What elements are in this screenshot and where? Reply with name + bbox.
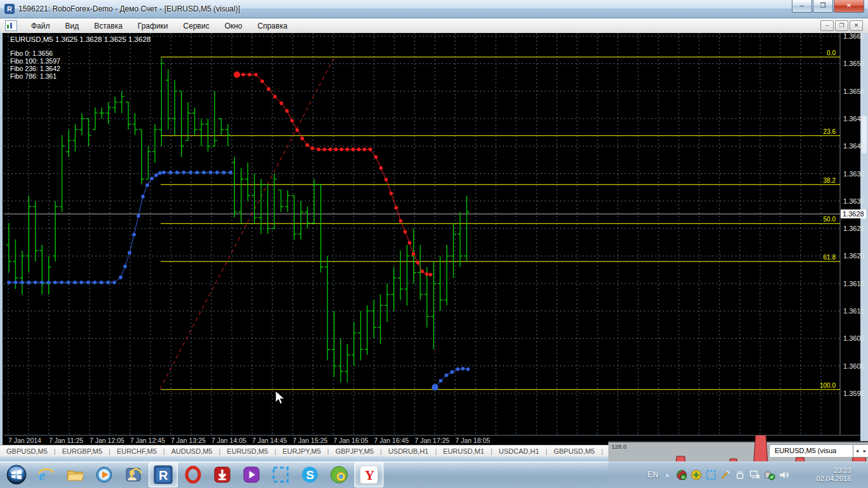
tray-lightshot-tray-icon[interactable]: [705, 469, 717, 480]
svg-text:50.0: 50.0: [824, 216, 836, 223]
taskbar-app-buttons: e R S Y: [3, 461, 385, 488]
time-axis-label: 7 Jan 18:05: [455, 437, 490, 444]
time-axis-label: 7 Jan 16:45: [374, 437, 409, 444]
chart-window-icon[interactable]: [5, 20, 17, 31]
taskbar-metatrader-icon[interactable]: R: [149, 462, 178, 487]
svg-text:1.3625: 1.3625: [843, 225, 865, 232]
close-button[interactable]: ✕: [834, 0, 864, 13]
svg-text:23.6: 23.6: [824, 128, 836, 135]
svg-text:1.3600: 1.3600: [843, 362, 865, 370]
mdi-close-button[interactable]: ✕: [850, 20, 863, 31]
tray-volume-icon[interactable]: [778, 469, 790, 480]
tab-scroll-arrows: ◄ ►: [853, 444, 868, 458]
time-axis-label: 7 Jan 12:05: [90, 437, 124, 444]
system-tray: EN ▲ 9+ 23:23 02.04.2016: [648, 461, 868, 488]
svg-text:128.0: 128.0: [611, 443, 627, 450]
taskbar-wmp-icon[interactable]: [90, 463, 118, 487]
language-indicator[interactable]: EN: [648, 470, 658, 479]
tab-eurusd-m5[interactable]: EURUSD,M5: [220, 447, 274, 455]
window-title: 1596221: RoboForex-Demo - Демо Счет - [E…: [18, 4, 240, 13]
mdi-restore-button[interactable]: ❐: [835, 20, 848, 31]
svg-text:1.3660: 1.3660: [843, 33, 865, 40]
taskbar-mediaget-icon[interactable]: [325, 463, 353, 487]
menu-item-3[interactable]: Вставка: [86, 20, 130, 32]
tab-scroll-left-icon[interactable]: ◄: [855, 449, 860, 453]
tray-pen-icon[interactable]: [720, 469, 731, 480]
tray-plug-icon[interactable]: [735, 469, 746, 480]
taskbar-explorer-icon[interactable]: [61, 463, 89, 487]
menu-item-1[interactable]: Файл: [23, 20, 58, 32]
mdi-minimize-button[interactable]: –: [820, 20, 834, 31]
menu-item-2[interactable]: Вид: [58, 20, 87, 32]
svg-text:61.8: 61.8: [824, 254, 836, 261]
tray-usb-safe-icon[interactable]: [764, 469, 775, 480]
tab-audusd-m5[interactable]: AUDUSD,M5: [165, 447, 219, 455]
svg-text:1.3655: 1.3655: [843, 60, 865, 67]
svg-text:1.3628: 1.3628: [843, 210, 864, 218]
time-axis-label: 7 Jan 11:25: [49, 437, 83, 444]
ohlc-header: EURUSD,M5 1.3625 1.3628 1.3625 1.3628: [10, 36, 150, 43]
time-axis-label: 7 Jan 15:25: [293, 437, 328, 444]
svg-text:1.3610: 1.3610: [843, 307, 865, 315]
time-axis-label: 7 Jan 14:45: [252, 437, 287, 444]
app-icon: R: [4, 4, 15, 14]
fibo-info-line: Fibo 786: 1.361: [10, 72, 57, 80]
menu-item-6[interactable]: Окно: [217, 20, 250, 32]
svg-text:1.3630: 1.3630: [843, 197, 865, 205]
tab-gbpusd-m5[interactable]: GBPUSD,M5: [547, 447, 601, 455]
restore-button[interactable]: ❐: [813, 0, 833, 13]
title-bar: R 1596221: RoboForex-Demo - Демо Счет - …: [0, 0, 868, 18]
svg-text:1.3645: 1.3645: [843, 115, 865, 122]
tab-gbpusd-m5[interactable]: GBPUSD,M5: [0, 447, 54, 455]
taskbar-player-icon[interactable]: [237, 463, 265, 487]
taskbar-ie-icon[interactable]: e: [32, 463, 60, 487]
svg-text:100.0: 100.0: [820, 382, 836, 389]
tab-eurchf-m5[interactable]: EURCHF,M5: [110, 447, 163, 455]
time-axis-label: 7 Jan 12:45: [130, 437, 165, 444]
taskbar-opera-icon[interactable]: [179, 463, 207, 487]
menu-item-7[interactable]: Справка: [250, 20, 295, 32]
tray-update-ball-icon[interactable]: [691, 469, 702, 480]
taskbar-start-icon[interactable]: [3, 463, 30, 487]
taskbar-msn-icon[interactable]: [119, 463, 147, 487]
tab-eurjpy-m5[interactable]: EURJPY,M5: [276, 447, 327, 455]
tab-eurgbp-m5[interactable]: EURGBP,M5: [56, 447, 109, 455]
tab-usdrub-h1[interactable]: USDRUB,H1: [382, 447, 435, 455]
svg-text:38.2: 38.2: [824, 177, 836, 184]
tab-eurusd-m1[interactable]: EURUSD,M1: [437, 447, 491, 455]
menu-bar: ФайлВидВставкаГрафикиСервисОкноСправка –…: [0, 18, 868, 34]
desktop: R 1596221: RoboForex-Demo - Демо Счет - …: [0, 0, 868, 488]
svg-text:1.3620: 1.3620: [843, 252, 865, 260]
menu-item-5[interactable]: Сервис: [176, 20, 217, 32]
tab-usdcad-h1[interactable]: USDCAD,H1: [492, 447, 545, 455]
taskbar-lightshot-icon[interactable]: [267, 463, 295, 487]
tray-network-icon[interactable]: [749, 469, 761, 480]
chart-canvas[interactable]: 1.36601.36551.36501.36451.36401.36351.36…: [0, 33, 868, 445]
svg-text:9+: 9+: [681, 475, 685, 479]
tab-scroll-right-icon[interactable]: ►: [863, 449, 867, 453]
time-axis-label: 7 Jan 17:25: [415, 437, 450, 444]
svg-text:1.3615: 1.3615: [843, 280, 865, 287]
time-axis-label: 7 Jan 16:05: [333, 437, 368, 444]
menu-item-4[interactable]: Графики: [130, 20, 176, 32]
time-axis-label: 7 Jan 2014: [8, 437, 41, 444]
tray-status-ball-icon[interactable]: 9+: [676, 469, 688, 480]
tab-gbpjpy-m5[interactable]: GBPJPY,M5: [329, 447, 380, 455]
svg-text:1.3635: 1.3635: [843, 170, 865, 178]
taskbar-clock[interactable]: 23:23 02.04.2016: [797, 466, 851, 483]
taskbar-downloader-icon[interactable]: [208, 463, 236, 487]
tab-eurusd-m5-visual-active[interactable]: EURUSD,M5 (visua: [769, 444, 858, 457]
fibo-info-line: Fibo 236: 1.3642: [10, 65, 60, 72]
minimize-button[interactable]: –: [792, 0, 812, 13]
clock-time: 23:23: [797, 466, 851, 475]
svg-text:Y: Y: [365, 468, 375, 483]
svg-text:1.3650: 1.3650: [843, 88, 865, 95]
taskbar-skype-icon[interactable]: S: [296, 463, 324, 487]
svg-text:1.3605: 1.3605: [843, 334, 865, 342]
chart-area[interactable]: 1.36601.36551.36501.36451.36401.36351.36…: [0, 33, 868, 445]
mouse-cursor: [275, 390, 286, 406]
show-hidden-icons-button[interactable]: ▲: [665, 472, 670, 478]
fibo-info-line: Fibo 100: 1.3597: [10, 57, 60, 65]
taskbar-yandex-icon[interactable]: Y: [354, 462, 384, 487]
time-axis-label: 7 Jan 14:05: [211, 437, 246, 444]
